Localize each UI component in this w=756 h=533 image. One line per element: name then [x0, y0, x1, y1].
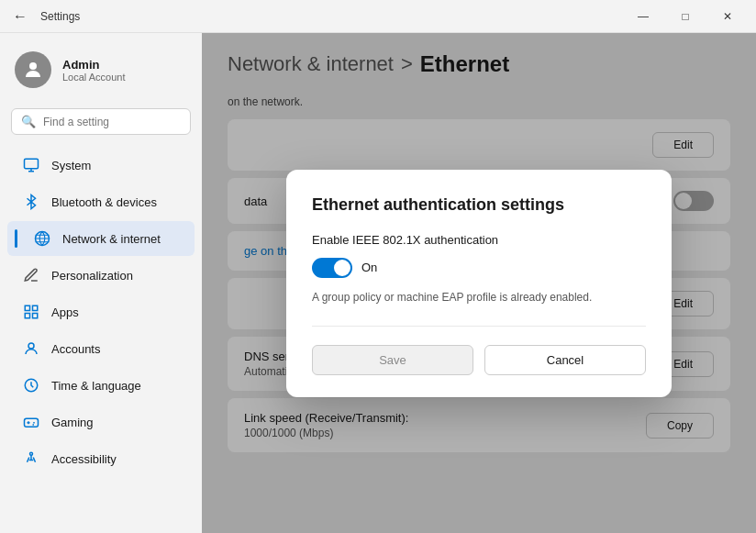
sidebar-label-personalization: Personalization: [51, 269, 133, 283]
search-icon: 🔍: [21, 115, 36, 128]
svg-point-7: [28, 343, 34, 349]
sidebar-item-time[interactable]: Time & language: [7, 368, 195, 403]
apps-icon: [22, 303, 40, 321]
dialog-toggle-thumb: [334, 260, 350, 276]
close-button[interactable]: ✕: [706, 0, 749, 33]
svg-rect-5: [25, 314, 29, 318]
sidebar-item-bluetooth[interactable]: Bluetooth & devices: [7, 184, 195, 219]
dialog-title: Ethernet authentication settings: [312, 195, 646, 215]
dialog-cancel-button[interactable]: Cancel: [484, 345, 646, 375]
sidebar-item-gaming[interactable]: Gaming: [7, 405, 195, 439]
gaming-icon: [22, 413, 40, 431]
accessibility-icon: [22, 450, 40, 468]
dialog-toggle-row: On: [312, 258, 646, 278]
maximize-button[interactable]: □: [664, 0, 706, 33]
sidebar-item-personalization[interactable]: Personalization: [7, 258, 195, 293]
active-indicator: [15, 229, 17, 248]
user-name: Admin: [62, 58, 126, 72]
content-area: Network & internet > Ethernet on the net…: [202, 33, 756, 533]
sidebar-label-gaming: Gaming: [51, 416, 94, 429]
personalization-icon: [22, 266, 40, 284]
sidebar-label-network: Network & internet: [62, 232, 161, 246]
sidebar: Admin Local Account 🔍 System Bluetooth &…: [0, 33, 202, 533]
back-button[interactable]: ←: [7, 5, 33, 28]
svg-rect-9: [25, 418, 39, 427]
accounts-icon: [22, 339, 40, 358]
svg-rect-4: [33, 305, 38, 310]
dialog-save-button[interactable]: Save: [312, 345, 473, 375]
search-box[interactable]: 🔍: [11, 108, 191, 135]
dialog-divider: [312, 326, 646, 327]
dialog-note: A group policy or machine EAP profile is…: [312, 291, 646, 304]
dialog-field-label: Enable IEEE 802.1X authentication: [312, 233, 646, 247]
avatar: [15, 51, 51, 88]
svg-point-0: [29, 62, 37, 70]
search-input[interactable]: [43, 116, 181, 128]
svg-point-10: [30, 452, 33, 455]
dialog-toggle[interactable]: [312, 258, 352, 278]
sidebar-item-system[interactable]: System: [7, 148, 195, 183]
sidebar-item-accessibility[interactable]: Accessibility: [7, 441, 195, 476]
sidebar-label-system: System: [51, 159, 91, 172]
window-controls: — □ ✕: [622, 0, 749, 33]
user-subtitle: Local Account: [62, 72, 126, 83]
system-icon: [22, 156, 40, 174]
app-title: Settings: [40, 10, 80, 23]
dialog-actions: Save Cancel: [312, 345, 646, 375]
sidebar-item-accounts[interactable]: Accounts: [7, 331, 195, 366]
bluetooth-icon: [22, 193, 40, 211]
sidebar-label-bluetooth: Bluetooth & devices: [51, 195, 157, 209]
sidebar-item-apps[interactable]: Apps: [7, 294, 195, 329]
dialog: Ethernet authentication settings Enable …: [286, 170, 672, 397]
time-icon: [22, 376, 40, 394]
svg-rect-3: [25, 305, 29, 310]
dialog-overlay: Ethernet authentication settings Enable …: [202, 33, 756, 533]
svg-rect-1: [25, 159, 39, 169]
title-bar: ← Settings — □ ✕: [0, 0, 756, 33]
network-icon: [33, 229, 51, 248]
sidebar-item-network[interactable]: Network & internet: [7, 221, 195, 256]
minimize-button[interactable]: —: [622, 0, 664, 33]
user-profile: Admin Local Account: [0, 44, 202, 103]
sidebar-label-time: Time & language: [51, 379, 141, 393]
sidebar-label-accessibility: Accessibility: [51, 452, 117, 466]
sidebar-label-accounts: Accounts: [51, 342, 100, 356]
svg-rect-6: [33, 314, 38, 318]
dialog-toggle-label: On: [361, 261, 377, 274]
sidebar-label-apps: Apps: [51, 305, 79, 319]
